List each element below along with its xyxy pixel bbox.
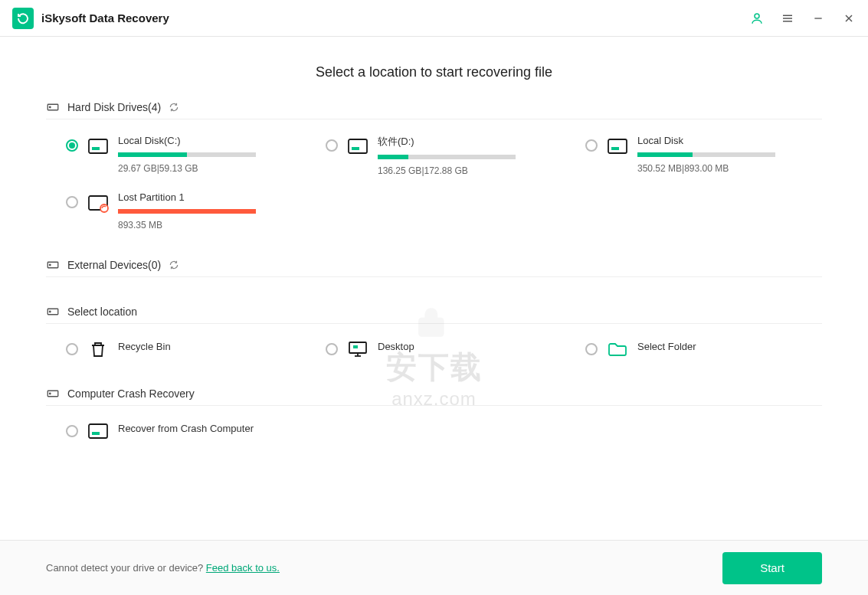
desktop-icon <box>347 339 368 359</box>
feedback-link[interactable]: Feed back to us. <box>206 562 280 574</box>
hdd-icon <box>46 258 60 272</box>
svg-rect-13 <box>608 139 627 153</box>
usage-bar <box>118 152 256 157</box>
recycle-bin-icon <box>87 339 109 359</box>
radio-recycle[interactable] <box>66 343 78 355</box>
svg-rect-28 <box>92 432 100 435</box>
drive-icon <box>87 421 109 441</box>
folder-icon <box>607 339 628 359</box>
svg-point-26 <box>50 393 51 394</box>
titlebar: iSkysoft Data Recovery <box>0 0 868 37</box>
radio-drive-c[interactable] <box>66 139 78 152</box>
drive-size: 136.25 GB|172.88 GB <box>378 165 562 176</box>
section-crash-label: Computer Crash Recovery <box>67 387 195 400</box>
drive-icon <box>347 136 368 156</box>
svg-rect-12 <box>352 147 359 150</box>
drive-d[interactable]: 软件(D:) 136.25 GB|172.88 GB <box>326 135 562 176</box>
crash-recover-item[interactable]: Recover from Crash Computer <box>66 421 303 441</box>
section-hdd-label: Hard Disk Drives(4) <box>67 101 161 113</box>
usage-bar <box>118 209 256 214</box>
svg-rect-11 <box>349 139 367 153</box>
drive-icon <box>607 136 628 156</box>
hdd-icon <box>46 305 60 319</box>
svg-rect-22 <box>353 345 358 348</box>
minimize-icon[interactable] <box>811 11 825 25</box>
svg-point-8 <box>50 106 51 108</box>
close-icon[interactable] <box>842 11 856 25</box>
content-area: 安下载 anxz.com Select a location to start … <box>0 37 868 540</box>
location-label: Select Folder <box>637 341 696 352</box>
drive-name: Lost Partition 1 <box>118 191 303 203</box>
location-select-folder[interactable]: Select Folder <box>585 339 822 359</box>
app-window: iSkysoft Data Recovery <box>0 0 868 595</box>
svg-rect-14 <box>611 147 619 150</box>
page-heading: Select a location to start recovering fi… <box>46 64 822 80</box>
section-location-header: Select location <box>46 305 822 324</box>
drive-local-c[interactable]: Local Disk(C:) 29.67 GB|59.13 GB <box>66 135 303 176</box>
svg-rect-9 <box>89 139 107 153</box>
section-hdd-header: Hard Disk Drives(4) <box>46 100 822 119</box>
radio-drive-local[interactable] <box>585 139 598 152</box>
usage-bar <box>637 152 775 157</box>
section-external-header: External Devices(0) <box>46 258 822 277</box>
drive-local[interactable]: Local Disk 350.52 MB|893.00 MB <box>585 135 822 176</box>
app-title: iSkysoft Data Recovery <box>41 11 169 25</box>
footer: Cannot detect your drive or device? Feed… <box>0 540 868 595</box>
radio-drive-d[interactable] <box>326 139 338 152</box>
svg-point-0 <box>755 14 759 18</box>
svg-point-20 <box>50 311 51 312</box>
start-button[interactable]: Start <box>722 552 822 584</box>
location-label: Desktop <box>378 341 414 352</box>
drive-name: Local Disk <box>637 135 822 146</box>
radio-folder[interactable] <box>585 343 598 355</box>
radio-desktop[interactable] <box>326 343 338 355</box>
svg-rect-10 <box>92 147 100 150</box>
section-external-label: External Devices(0) <box>67 259 161 271</box>
app-logo <box>12 8 34 29</box>
lost-partition-icon <box>87 193 109 213</box>
svg-rect-27 <box>89 424 107 438</box>
drive-name: Local Disk(C:) <box>118 135 303 146</box>
hdd-icon <box>46 387 60 400</box>
location-label: Recycle Bin <box>118 341 171 352</box>
drive-size: 893.35 MB <box>118 220 303 230</box>
radio-crash[interactable] <box>66 425 78 437</box>
drive-lost-partition[interactable]: Lost Partition 1 893.35 MB <box>66 191 303 230</box>
location-recycle-bin[interactable]: Recycle Bin <box>66 339 303 359</box>
user-icon[interactable] <box>750 11 764 25</box>
drive-icon <box>87 136 109 156</box>
section-location-label: Select location <box>67 306 137 318</box>
drive-size: 350.52 MB|893.00 MB <box>637 163 822 174</box>
hdd-icon <box>46 100 60 114</box>
location-desktop[interactable]: Desktop <box>326 339 562 359</box>
section-crash-header: Computer Crash Recovery <box>46 387 822 406</box>
refresh-icon[interactable] <box>169 102 179 113</box>
footer-prompt: Cannot detect your drive or device? Feed… <box>46 562 280 574</box>
svg-point-18 <box>50 264 51 266</box>
usage-bar <box>378 155 516 159</box>
menu-icon[interactable] <box>781 11 794 25</box>
drive-size: 29.67 GB|59.13 GB <box>118 163 303 174</box>
crash-label: Recover from Crash Computer <box>118 423 254 434</box>
refresh-icon[interactable] <box>169 260 179 270</box>
drive-name: 软件(D:) <box>378 135 562 149</box>
radio-drive-lost[interactable] <box>66 196 78 208</box>
